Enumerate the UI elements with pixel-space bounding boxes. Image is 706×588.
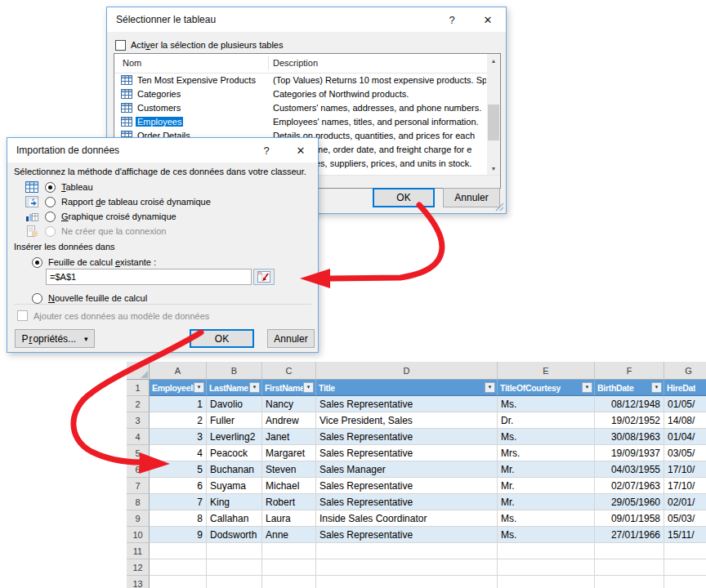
table-list-item[interactable]: CategoriesCategories of Northwind produc… <box>114 87 500 101</box>
row-header-9[interactable]: 9 <box>127 510 150 527</box>
option-pivot-chart[interactable]: Graphique croisé dynamique <box>25 210 176 223</box>
cell[interactable]: Inside Sales Coordinator <box>316 510 498 527</box>
cell[interactable]: King <box>207 494 262 510</box>
row-header-3[interactable]: 3 <box>127 412 150 429</box>
cell[interactable]: Robert <box>262 494 316 510</box>
column-header-A[interactable]: A <box>150 362 207 380</box>
cell[interactable]: 4 <box>150 445 207 461</box>
cell[interactable]: Dr. <box>498 412 595 429</box>
cell[interactable] <box>316 576 498 588</box>
column-header-description[interactable]: Description <box>273 58 318 68</box>
cell[interactable]: Andrew <box>262 412 316 429</box>
row-header-5[interactable]: 5 <box>127 445 150 461</box>
column-header-D[interactable]: D <box>316 362 498 380</box>
select-all-corner[interactable] <box>127 362 150 380</box>
ok-button[interactable]: OK <box>373 188 435 207</box>
table-header-cell[interactable]: HireDat <box>664 380 706 396</box>
cell[interactable] <box>262 559 316 576</box>
row-header-8[interactable]: 8 <box>127 494 150 510</box>
cell[interactable]: Dodsworth <box>207 527 262 543</box>
help-button[interactable]: ? <box>434 7 470 32</box>
cell[interactable]: 08/12/1948 <box>595 396 664 412</box>
cell[interactable] <box>316 543 498 559</box>
cell[interactable] <box>150 559 207 576</box>
cell[interactable]: Mr. <box>498 478 595 494</box>
filter-dropdown-icon[interactable]: ▼ <box>582 382 592 393</box>
add-to-data-model-checkbox[interactable] <box>17 310 28 321</box>
cell[interactable]: 29/05/1960 <box>595 494 664 510</box>
cell[interactable] <box>595 576 664 588</box>
column-header-C[interactable]: C <box>262 362 316 380</box>
cell[interactable]: Janet <box>262 429 316 445</box>
filter-dropdown-icon[interactable]: ▼ <box>194 382 204 393</box>
cell[interactable]: Sales Manager <box>316 461 498 478</box>
cell[interactable]: Callahan <box>207 510 262 527</box>
filter-dropdown-icon[interactable]: ▼ <box>249 382 260 393</box>
column-header-F[interactable]: F <box>595 362 664 380</box>
cell[interactable] <box>664 559 706 576</box>
cell[interactable]: 6 <box>150 478 207 494</box>
cell[interactable]: 05/03/ <box>664 510 706 527</box>
cell[interactable] <box>316 559 498 576</box>
cell[interactable]: Michael <box>262 478 316 494</box>
cancel-button[interactable]: Annuler <box>443 188 500 207</box>
row-header-10[interactable]: 10 <box>127 527 150 543</box>
row-header-2[interactable]: 2 <box>127 396 150 412</box>
radio-pivot-chart[interactable] <box>45 212 56 222</box>
cell[interactable]: Nancy <box>262 396 316 412</box>
table-header-cell[interactable]: Title▼ <box>316 380 498 396</box>
cell[interactable]: 01/04/ <box>664 429 706 445</box>
cell[interactable]: 8 <box>150 510 207 527</box>
cell[interactable] <box>207 543 262 559</box>
radio-pivot-table[interactable] <box>45 197 56 207</box>
cell[interactable]: Steven <box>262 461 316 478</box>
cell[interactable]: Laura <box>262 510 316 527</box>
cell[interactable]: 15/11/ <box>664 527 706 543</box>
table-header-cell[interactable]: TitleOfCourtesy▼ <box>498 380 595 396</box>
cell[interactable]: Sales Representative <box>316 494 498 510</box>
vertical-scrollbar[interactable]: ▲ ▼ <box>487 54 500 175</box>
cell[interactable]: 19/02/1952 <box>595 412 664 429</box>
cell[interactable] <box>150 543 207 559</box>
column-header-E[interactable]: E <box>498 362 595 380</box>
cell[interactable]: 1 <box>150 396 207 412</box>
cell[interactable]: Vice President, Sales <box>316 412 498 429</box>
option-existing-sheet[interactable]: Feuille de calcul existante : <box>32 256 156 269</box>
cell[interactable]: Buchanan <box>207 461 262 478</box>
scroll-down-icon[interactable]: ▼ <box>487 162 500 175</box>
properties-button[interactable]: Propriétés...▾ <box>15 329 95 348</box>
cell[interactable]: 19/09/1937 <box>595 445 664 461</box>
cell[interactable]: Margaret <box>262 445 316 461</box>
help-button[interactable]: ? <box>249 138 284 163</box>
cell[interactable]: 09/01/1958 <box>595 510 664 527</box>
cell[interactable]: Anne <box>262 527 316 543</box>
cell[interactable]: 02/07/1963 <box>595 478 664 494</box>
option-connection-only[interactable]: Ne créer que la connexion <box>25 225 166 238</box>
table-header-cell[interactable]: FirstName▼ <box>262 380 316 396</box>
cell[interactable]: Sales Representative <box>316 478 498 494</box>
cell[interactable]: Ms. <box>498 396 595 412</box>
resize-grip-icon[interactable] <box>494 202 504 212</box>
option-pivot-table[interactable]: Rapport de tableau croisé dynamique <box>25 195 211 208</box>
row-header-1[interactable]: 1 <box>127 380 150 396</box>
cell[interactable]: 02/01/ <box>664 494 706 510</box>
close-button[interactable]: ✕ <box>284 138 318 163</box>
row-header-4[interactable]: 4 <box>127 429 150 445</box>
cell[interactable]: 5 <box>150 461 207 478</box>
cell[interactable] <box>150 576 207 588</box>
cell[interactable]: 2 <box>150 412 207 429</box>
row-header-12[interactable]: 12 <box>127 559 150 576</box>
cell[interactable]: Mrs. <box>498 445 595 461</box>
cell[interactable]: 01/05/ <box>664 396 706 412</box>
row-header-6[interactable]: 6 <box>127 461 150 478</box>
range-picker-button[interactable] <box>253 269 275 285</box>
cell[interactable]: 30/08/1963 <box>595 429 664 445</box>
radio-existing-sheet[interactable] <box>32 257 42 268</box>
cell[interactable]: 04/03/1955 <box>595 461 664 478</box>
cell[interactable]: Mr. <box>498 461 595 478</box>
table-list-item[interactable]: EmployeesEmployees' names, titles, and p… <box>114 115 500 129</box>
close-button[interactable]: ✕ <box>470 7 506 32</box>
multi-table-checkbox-row[interactable]: Activer la sélection de plusieurs tables <box>115 38 284 52</box>
cell[interactable]: Peacock <box>207 445 262 461</box>
cell[interactable]: 9 <box>150 527 207 543</box>
